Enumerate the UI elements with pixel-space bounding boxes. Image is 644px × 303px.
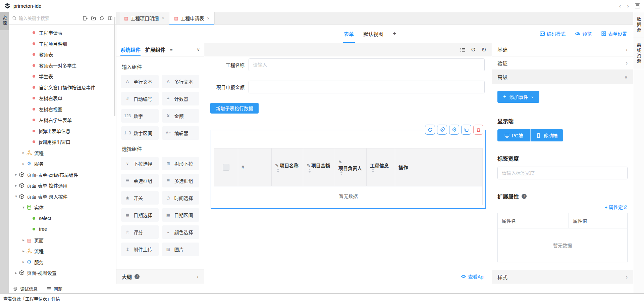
save-icon[interactable] [635, 3, 640, 8]
delete-icon[interactable] [473, 125, 483, 135]
palette-item[interactable]: ≣ 多选框组 [162, 174, 200, 187]
document-tab[interactable]: ▤ 工程申请表 × [169, 12, 215, 24]
rail-tab-resources[interactable]: 资源 [0, 12, 9, 30]
search-input[interactable] [19, 16, 79, 21]
add-subtable-row-button[interactable]: 新增子表格行数据 [210, 103, 259, 114]
expand-arrow-icon[interactable] [21, 260, 26, 264]
pc-side-button[interactable]: PC端 [497, 129, 530, 141]
info-icon[interactable]: i [135, 274, 140, 279]
tree-item[interactable]: ⚙ ▤ 工程申请表 [9, 27, 116, 38]
palette-item[interactable]: ☆ 评分 [121, 225, 159, 239]
tree-item[interactable]: ⚙ ▤ 左树右学生表单 [9, 115, 116, 126]
tree-item[interactable]: ⚙ ▤ 左树右视图 [9, 104, 116, 115]
tree-scrollbar[interactable] [114, 17, 115, 116]
palette-item[interactable]: 123 数字 [121, 109, 159, 123]
tree-item[interactable]: ⚙ ▤ 流程 [9, 147, 116, 159]
column-header[interactable]: ✎项目负责人 [335, 148, 367, 186]
column-header[interactable]: ✎项目金额 [303, 148, 335, 186]
info-icon[interactable]: i [522, 194, 527, 199]
sort-icons[interactable] [372, 169, 374, 173]
tab-extend-components[interactable]: 扩展组件 [145, 43, 165, 56]
palette-item[interactable]: ↥ 附件上传 [121, 243, 159, 256]
sort-icons[interactable] [340, 171, 343, 175]
column-header[interactable]: ✎工程信息 [367, 148, 395, 186]
view-api-link[interactable]: 查看Api [461, 273, 484, 280]
column-header[interactable]: ✎项目名称 [272, 148, 303, 186]
tree-item[interactable]: ⚙ ▤ 工程项目明细 [9, 38, 116, 49]
accordion-row[interactable]: 基础 [492, 43, 633, 56]
palette-item[interactable]: ∨ 下拉选择 [121, 157, 159, 170]
tree-item[interactable]: ⚙ ▤ 服务 [9, 158, 116, 169]
expand-arrow-icon[interactable] [21, 150, 26, 155]
palette-menu-icon[interactable]: ≡ [170, 47, 173, 52]
style-accordion[interactable]: 样式 [492, 270, 633, 284]
chevron-right-icon[interactable]: › [197, 274, 199, 279]
new-folder-icon[interactable] [91, 16, 96, 21]
expand-arrow-icon[interactable] [21, 238, 26, 242]
palette-item[interactable]: A≡ 编辑器 [162, 126, 200, 140]
column-header[interactable]: ✎操作 [395, 148, 482, 186]
palette-item[interactable]: ▨ 图片 [162, 243, 200, 256]
tab-system-components[interactable]: 系统组件 [120, 43, 141, 56]
sync-icon[interactable] [425, 125, 435, 135]
accordion-row[interactable]: 高级 [492, 70, 633, 84]
history-back-icon[interactable]: ‹ [619, 3, 621, 9]
palette-item[interactable]: ⊞ 树形下拉 [162, 157, 200, 170]
problems-tab[interactable]: 问题 [46, 286, 62, 292]
tree-item[interactable]: ⚙ ▤ 页面-视图设置 [9, 267, 116, 278]
tree-item[interactable]: ⚙ ▤ js调用弹出窗口 [9, 136, 116, 147]
tree-item[interactable]: ⚙ ▤ tree [9, 224, 116, 235]
view-tab[interactable]: + [393, 25, 396, 43]
expand-arrow-icon[interactable] [13, 271, 19, 275]
palette-item[interactable]: ▦ 日期选择 [121, 208, 159, 222]
palette-item[interactable]: ± 计数器 [162, 92, 200, 105]
palette-item[interactable]: ◉ 开关 [121, 191, 159, 205]
expand-arrow-icon[interactable] [21, 249, 26, 253]
tree-item[interactable]: ⚙ ▤ 流程 [9, 246, 116, 257]
chevron-down-icon[interactable]: ∨ [197, 47, 200, 52]
palette-item[interactable]: # 自动编号 [121, 92, 159, 105]
tree-item[interactable]: ⚙ ▤ 页面 [9, 235, 116, 246]
copy-icon[interactable] [461, 125, 471, 135]
redo-icon[interactable]: ↻ [481, 47, 486, 53]
rail-tab-datasource[interactable]: 数据源 [633, 12, 644, 38]
tree-item[interactable]: ⚙ ▤ 实体 [9, 202, 116, 213]
palette-item[interactable]: ☰ 单选框组 [121, 174, 159, 187]
tree-item[interactable]: ⚙ ▤ 页面-表单-控件通用 [9, 180, 116, 191]
expand-arrow-icon[interactable] [21, 205, 26, 210]
import-model-icon[interactable] [83, 16, 88, 21]
tree-item[interactable]: ⚙ ▤ js弹出表单信息 [9, 126, 116, 137]
add-event-button[interactable]: + 添加事件 ∨ [497, 91, 539, 103]
tree-item[interactable]: ⚙ ▤ 教师表一对多学生 [9, 60, 116, 71]
history-forward-icon[interactable]: › [627, 3, 629, 9]
debug-info-tab[interactable]: 调试信息 [13, 286, 38, 292]
tree-item[interactable]: ⚙ ▤ 页面-表单-录入控件 [9, 191, 116, 202]
tree-item[interactable]: ⚙ ▤ 页面-表单-高级/布局组件 [9, 169, 116, 180]
close-icon[interactable]: × [162, 16, 164, 21]
palette-item[interactable]: A 单行文本 [121, 75, 159, 88]
add-property-link[interactable]: +属性定义 [497, 204, 628, 210]
tree-item[interactable]: ⚙ ▤ 左树右表单 [9, 93, 116, 104]
palette-item[interactable]: ◒ 颜色选择 [162, 225, 200, 239]
code-mode-button[interactable]: 编码模式 [540, 30, 566, 37]
expand-arrow-icon[interactable] [21, 162, 26, 166]
label-width-input[interactable] [497, 167, 628, 179]
tree-item[interactable]: ⚙ ▤ 服务 [9, 257, 116, 268]
checkbox[interactable] [223, 164, 229, 171]
palette-item[interactable]: ¥ 金额 [162, 109, 200, 123]
view-tab[interactable]: 默认视图 [363, 25, 383, 43]
tree-item[interactable]: ⚙ ▤ 教师表 [9, 49, 116, 60]
project-name-input[interactable] [249, 58, 485, 71]
close-icon[interactable]: × [207, 16, 210, 21]
declared-amount-input[interactable] [249, 81, 485, 93]
expand-arrow-icon[interactable] [13, 183, 19, 188]
document-tab[interactable]: ▤ 工程项目明细 × [119, 12, 169, 24]
mobile-side-button[interactable]: 移动端 [530, 129, 564, 141]
sort-icons[interactable] [277, 169, 279, 173]
rail-tab-offline-resources[interactable]: 离线资源 [633, 38, 644, 69]
tree-item[interactable]: ⚙ ▤ 自定义窗口操作按钮及事件 [9, 82, 116, 93]
refresh-icon[interactable] [99, 16, 104, 21]
preview-button[interactable]: 预览 [575, 30, 592, 37]
form-settings-button[interactable]: 表单设置 [601, 30, 627, 37]
palette-item[interactable]: 1~3 数字区间 [121, 126, 159, 140]
